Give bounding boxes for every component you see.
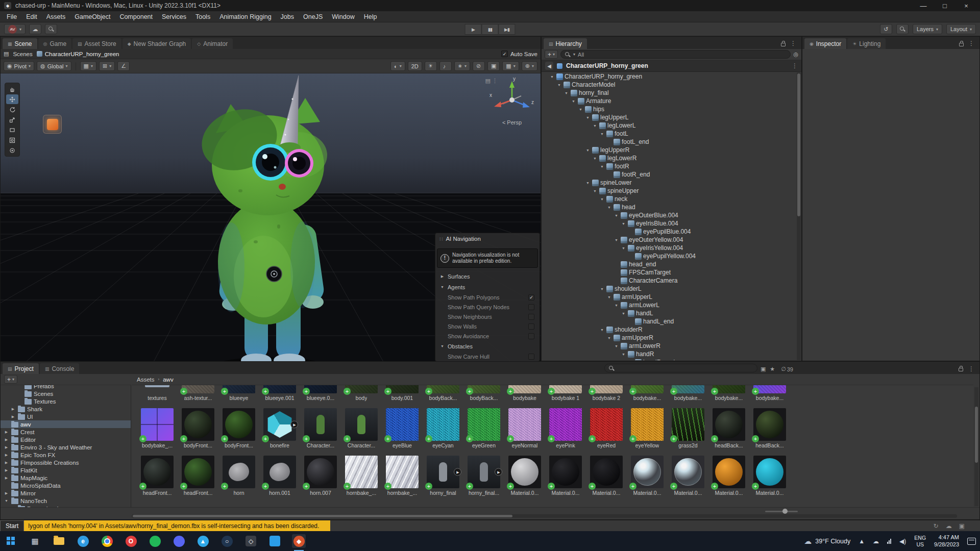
asset-bodyback[interactable]: +bodyBack... <box>463 385 504 407</box>
tab-asset-store[interactable]: ▤Asset Store <box>72 38 121 49</box>
asset-material-0[interactable]: +Material.0... <box>708 455 749 502</box>
menu-icon[interactable]: ⋮ <box>792 62 798 69</box>
asset-eyegreen[interactable]: +eyeGreen <box>463 407 504 455</box>
checkbox[interactable] <box>528 354 534 360</box>
2d-toggle[interactable]: 2D <box>408 61 422 71</box>
folder-crest[interactable]: ▶Crest <box>1 428 131 436</box>
asset-bodyback[interactable]: +bodyBack... <box>423 385 463 407</box>
menu-tools[interactable]: Tools <box>191 12 215 21</box>
folder-scenes[interactable]: Scenes <box>1 390 131 397</box>
hierarchy-item-armlowerr[interactable]: ▼armLowerR <box>542 342 797 350</box>
foldout-icon[interactable]: ▼ <box>585 181 591 185</box>
hierarchy-scrollbar[interactable] <box>797 72 801 360</box>
asset-hornbake[interactable]: +hornbake_... <box>341 455 382 502</box>
hierarchy-item-eyeirisyellow-004[interactable]: ▼eyeIrisYellow.004 <box>542 244 797 252</box>
back-button[interactable]: ◀ <box>545 62 553 70</box>
foldout-icon[interactable]: ▶ <box>4 453 9 457</box>
pivot-dropdown[interactable]: ◉ Pivot ▾ <box>4 61 34 71</box>
asset-eyenormal[interactable]: +eyeNormal <box>504 407 545 455</box>
asset-bonefire[interactable]: +▶bonefire <box>259 407 300 455</box>
tab-console[interactable]: ▥Console <box>40 363 80 374</box>
language-switcher[interactable]: ENG US <box>914 535 926 547</box>
picking-toggle-icon[interactable]: ◎ <box>793 51 798 58</box>
hierarchy-item-handr-end[interactable]: handR_end <box>542 358 797 360</box>
hidden-count-toggle[interactable]: ∅ 39 <box>781 366 793 372</box>
checkbox[interactable] <box>528 304 534 310</box>
foldout-icon[interactable]: ▼ <box>556 83 562 87</box>
hierarchy-item-handr[interactable]: ▼handR <box>542 350 797 358</box>
foldout-icon[interactable]: ▶ <box>4 445 9 449</box>
asset-eyepink[interactable]: +eyePink <box>545 407 586 455</box>
maximize-button[interactable]: □ <box>934 2 955 10</box>
notifications-icon[interactable]: ▣ <box>959 522 965 530</box>
minimize-button[interactable]: — <box>913 2 934 10</box>
asset-blueeye[interactable]: +blueeye <box>218 385 259 407</box>
hierarchy-item-leglowerl[interactable]: ▼legLowerL <box>542 121 797 130</box>
scale-tool[interactable] <box>6 115 18 124</box>
folder-epic-toon-fx[interactable]: ▶Epic Toon FX <box>1 451 131 459</box>
foldout-icon[interactable]: ▼ <box>599 328 605 332</box>
menu-assets[interactable]: Assets <box>42 12 70 21</box>
hierarchy-item-legupperl[interactable]: ▼legUpperL <box>542 113 797 121</box>
foldout-icon[interactable]: ▶ <box>4 468 9 472</box>
ai-navigation-header[interactable]: ∷ AI Navigation <box>435 233 540 244</box>
shading-mode-dropdown[interactable]: ◐▾ <box>390 61 405 71</box>
foldout-icon[interactable]: ▼ <box>592 124 598 128</box>
foldout-icon[interactable]: ▼ <box>614 214 619 217</box>
scrollbar-thumb[interactable] <box>133 515 512 517</box>
create-button[interactable]: +▾ <box>545 50 558 59</box>
onedrive-icon[interactable]: ☁ <box>873 538 879 545</box>
menu-onejs[interactable]: OneJS <box>299 12 327 21</box>
checkbox[interactable]: ✓ <box>528 294 534 300</box>
asset-headfront[interactable]: +headFront... <box>137 455 178 502</box>
nav-option-show-avoidance[interactable]: Show Avoidance <box>435 331 540 341</box>
menu-help[interactable]: Help <box>359 12 382 21</box>
panel-menu-icon[interactable]: ⋮ <box>968 40 974 47</box>
tab-lighting[interactable]: ☀Lighting <box>847 38 886 49</box>
lock-icon[interactable] <box>959 368 963 371</box>
horizontal-scrollbar[interactable] <box>132 514 957 518</box>
foldout-icon[interactable]: ▶ <box>439 274 445 279</box>
hierarchy-item-hips[interactable]: ▼hips <box>542 105 797 113</box>
steam-button[interactable]: ○ <box>220 534 234 548</box>
menu-services[interactable]: Services <box>157 12 191 21</box>
folder-nanotech[interactable]: ▼NanoTech <box>1 497 131 505</box>
account-dropdown[interactable]: AV ▾ <box>4 24 26 34</box>
menu-edit[interactable]: Edit <box>21 12 42 21</box>
grid-settings-dropdown[interactable]: ▦▾ <box>502 61 519 71</box>
asset-material-0[interactable]: +Material.0... <box>545 455 586 502</box>
foldout-icon[interactable]: ▼ <box>621 353 626 356</box>
drag-handle-icon[interactable]: ∷ <box>439 236 443 242</box>
hierarchy-item-head-end[interactable]: head_end <box>542 260 797 268</box>
hierarchy-item-head[interactable]: ▼head <box>542 203 797 211</box>
scrollbar-thumb[interactable] <box>975 407 978 463</box>
cloud-status-icon[interactable]: ☁ <box>946 522 952 530</box>
folder-enviro-3-sky-and-weather[interactable]: ▶Enviro 3 - Sky and Weather <box>1 443 131 451</box>
folder-mapmagic[interactable]: ▶MapMagic <box>1 474 131 482</box>
checkbox[interactable] <box>528 314 534 320</box>
hierarchy-item-footr-end[interactable]: footR_end <box>542 170 797 179</box>
panel-menu-icon[interactable]: ⋮ <box>790 40 796 47</box>
scenes-label[interactable]: Scenes <box>13 51 32 57</box>
checkbox[interactable] <box>528 333 534 339</box>
spotify-button[interactable] <box>148 534 162 548</box>
foldout-icon[interactable]: ▼ <box>599 132 605 136</box>
foldout-icon[interactable]: ▼ <box>571 99 576 103</box>
folder-editor[interactable]: ▶Editor <box>1 436 131 443</box>
light-gizmo-icon[interactable] <box>43 115 62 134</box>
asset-horny-final[interactable]: +▶horny_final <box>423 455 463 502</box>
foldout-icon[interactable]: ▼ <box>614 238 619 242</box>
breadcrumb-root[interactable]: Assets <box>137 377 155 383</box>
move-tool[interactable] <box>6 94 18 104</box>
foldout-icon[interactable]: ▼ <box>599 197 605 201</box>
hierarchy-item-neck[interactable]: ▼neck <box>542 195 797 203</box>
asset-bodybake[interactable]: +bodybake <box>504 385 545 407</box>
folder-fimpossible-creations[interactable]: ▶FImpossible Creations <box>1 459 131 466</box>
menu-window[interactable]: Window <box>327 12 359 21</box>
asset-hornbake[interactable]: +hornbake_... <box>382 455 423 502</box>
hierarchy-item-footl-end[interactable]: footL_end <box>542 138 797 146</box>
asset-bodyfront[interactable]: +bodyFront... <box>218 407 259 455</box>
pause-button[interactable]: ▮▮ <box>482 24 499 35</box>
foldout-icon[interactable]: ▼ <box>549 75 555 79</box>
clock[interactable]: 4:47 AM 9/28/2023 <box>934 534 959 547</box>
